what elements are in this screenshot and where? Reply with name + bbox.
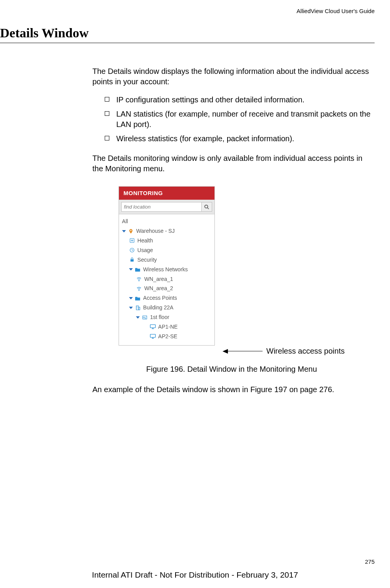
tree-view: All Warehouse - SJ Health xyxy=(119,214,214,345)
folder-icon xyxy=(135,295,141,301)
page-number: 275 xyxy=(365,558,375,565)
tree-item-wireless-networks[interactable]: Wireless Networks xyxy=(121,265,213,274)
bullet-icon xyxy=(105,111,109,116)
bullet-text: IP configuration settings and other deta… xyxy=(116,95,371,105)
caret-icon xyxy=(129,307,133,309)
annotation-label: Wireless access points xyxy=(266,346,345,356)
list-item: Wireless statistics (for example, packet… xyxy=(105,134,371,144)
svg-point-7 xyxy=(139,281,139,281)
tree-item-access-points[interactable]: Access Points xyxy=(121,293,213,303)
tree-label: 1st floor xyxy=(150,314,169,321)
svg-rect-6 xyxy=(131,259,134,262)
tree-item-wn2[interactable]: WN_area_2 xyxy=(121,284,213,293)
list-item: LAN statistics (for example, number of r… xyxy=(105,109,371,130)
tree-label: Usage xyxy=(137,247,153,254)
footer-draft-notice: Internal ATI Draft - Not For Distributio… xyxy=(0,570,390,580)
bullet-text: Wireless statistics (for example, packet… xyxy=(116,134,371,144)
caret-icon xyxy=(129,297,133,299)
caret-icon xyxy=(122,230,126,232)
floor-icon xyxy=(142,314,148,321)
tree-label: WN_area_1 xyxy=(144,276,173,283)
tree-item-health[interactable]: Health xyxy=(121,236,213,246)
body-paragraph: The Details monitoring window is only av… xyxy=(92,153,371,174)
tree-item-location[interactable]: Warehouse - SJ xyxy=(121,226,213,236)
svg-point-0 xyxy=(205,205,208,208)
location-pin-icon xyxy=(128,228,134,234)
tree-label: Security xyxy=(137,256,157,264)
monitoring-panel: MONITORING All Warehouse - SJ xyxy=(119,186,215,346)
document-header: AlliedView Cloud User's Guide xyxy=(0,8,375,14)
health-icon xyxy=(129,237,135,244)
device-icon xyxy=(150,333,156,339)
wifi-icon xyxy=(136,276,142,282)
svg-rect-20 xyxy=(150,334,155,337)
tree-label: WN_area_2 xyxy=(144,285,173,292)
building-icon xyxy=(135,305,141,311)
heading-rule xyxy=(0,43,375,43)
tree-label: Building 22A xyxy=(143,304,174,311)
tree-item-security[interactable]: Security xyxy=(121,255,213,265)
body-paragraph: An example of the Details window is show… xyxy=(92,384,371,395)
usage-icon xyxy=(129,247,135,253)
svg-rect-10 xyxy=(139,307,140,310)
figure-caption: Figure 196. Detail Window in the Monitor… xyxy=(92,364,371,374)
tree-label: AP1-NE xyxy=(158,323,178,331)
tree-label: Warehouse - SJ xyxy=(136,227,175,235)
bullet-icon xyxy=(105,136,109,140)
tree-label: Health xyxy=(137,237,153,244)
content-block: The Details window displays the followin… xyxy=(92,66,371,395)
tree-item-usage[interactable]: Usage xyxy=(121,246,213,255)
caret-icon xyxy=(129,268,133,271)
wifi-icon xyxy=(136,286,142,292)
tree-item-building[interactable]: Building 22A xyxy=(121,303,213,312)
search-button[interactable] xyxy=(201,202,212,212)
svg-rect-17 xyxy=(150,325,155,328)
search-input[interactable] xyxy=(121,202,202,212)
tree-item-wn1[interactable]: WN_area_1 xyxy=(121,274,213,284)
svg-line-1 xyxy=(208,208,209,209)
arrow-icon xyxy=(223,349,263,354)
annotation: Wireless access points xyxy=(223,186,345,356)
section-heading: Details Window xyxy=(0,26,375,40)
bullet-icon xyxy=(105,97,109,102)
figure-area: MONITORING All Warehouse - SJ xyxy=(92,186,371,356)
list-item: IP configuration settings and other deta… xyxy=(105,95,371,105)
device-icon xyxy=(150,324,156,330)
bullet-text: LAN statistics (for example, number of r… xyxy=(116,109,371,130)
caret-icon xyxy=(136,316,140,319)
folder-icon xyxy=(135,266,141,272)
intro-paragraph: The Details window displays the followin… xyxy=(92,66,371,87)
tree-label: Access Points xyxy=(143,294,177,302)
svg-point-8 xyxy=(139,290,139,291)
tree-item-ap1[interactable]: AP1-NE xyxy=(121,322,213,332)
bullet-list: IP configuration settings and other deta… xyxy=(105,95,371,144)
panel-header: MONITORING xyxy=(119,187,214,200)
tree-item-floor[interactable]: 1st floor xyxy=(121,312,213,322)
lock-icon xyxy=(129,257,135,263)
search-row xyxy=(119,200,214,214)
tree-label: AP2-SE xyxy=(158,333,177,340)
tree-item-ap2[interactable]: AP2-SE xyxy=(121,332,213,341)
search-icon xyxy=(204,204,209,210)
tree-label: Wireless Networks xyxy=(143,266,188,273)
tree-item-all[interactable]: All xyxy=(121,217,213,226)
